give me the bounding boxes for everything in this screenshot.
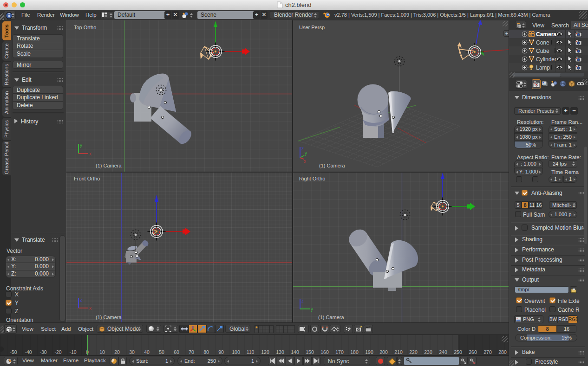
svg-text:z: z (301, 146, 304, 151)
svg-text:Front Ortho: Front Ortho (74, 176, 100, 181)
svg-text:User Persp: User Persp (299, 25, 325, 30)
svg-text:x: x (89, 306, 91, 311)
svg-text:y: y (80, 143, 82, 148)
svg-text:(1) Camera: (1) Camera (319, 163, 346, 168)
svg-text:(1) Camera: (1) Camera (96, 315, 122, 320)
svg-text:(1) Camera: (1) Camera (96, 163, 122, 168)
svg-text:x: x (304, 159, 306, 164)
svg-text:z: z (80, 297, 82, 302)
svg-text:(1) Camera: (1) Camera (318, 315, 345, 320)
svg-text:z: z (301, 298, 304, 303)
svg-text:y: y (311, 307, 313, 312)
svg-text:Top Ortho: Top Ortho (74, 25, 96, 30)
svg-text:y: y (305, 151, 307, 156)
svg-text:Right Ortho: Right Ortho (299, 176, 325, 181)
svg-text:x: x (89, 151, 91, 156)
